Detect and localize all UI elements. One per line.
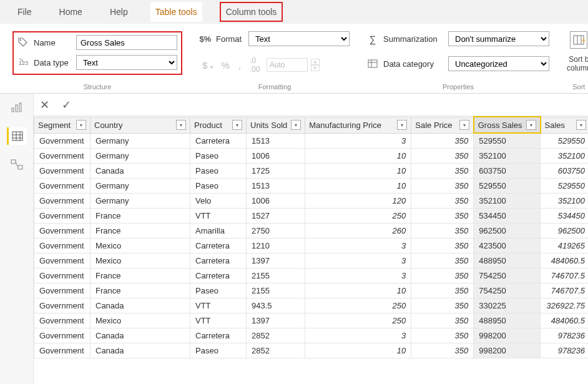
column-header[interactable]: Sales▾ — [541, 117, 588, 133]
table-cell[interactable]: Germany — [91, 179, 190, 194]
column-header[interactable]: Gross Sales▾ — [474, 117, 541, 133]
table-cell[interactable]: Government — [34, 179, 91, 194]
table-cell[interactable]: Canada — [91, 298, 190, 313]
table-cell[interactable]: VTT — [190, 298, 247, 313]
table-cell[interactable]: 350 — [411, 298, 474, 313]
table-cell[interactable]: 350 — [411, 343, 474, 358]
table-row[interactable]: GovernmentGermanyVelo1006120350352100352… — [34, 194, 589, 209]
filter-button[interactable]: ▾ — [291, 120, 301, 130]
table-cell[interactable]: 350 — [411, 313, 474, 328]
table-cell[interactable]: 754250 — [474, 268, 541, 283]
table-row[interactable]: GovernmentCanadaPaseo1725103506037506037… — [34, 164, 589, 179]
table-cell[interactable]: 350 — [411, 224, 474, 239]
table-cell[interactable]: 962500 — [474, 224, 541, 239]
table-cell[interactable]: Government — [34, 239, 91, 254]
table-row[interactable]: GovernmentGermanyPaseo151310350529550529… — [34, 179, 589, 194]
sidebar-model-view[interactable] — [7, 156, 27, 174]
table-cell[interactable]: Paseo — [190, 343, 247, 358]
table-cell[interactable]: 350 — [411, 164, 474, 179]
table-cell[interactable]: 484060.5 — [541, 254, 588, 268]
decimal-auto-input[interactable]: Auto — [267, 58, 308, 72]
filter-button[interactable]: ▾ — [576, 120, 586, 130]
table-cell[interactable]: Government — [34, 328, 91, 343]
table-cell[interactable]: 3 — [305, 328, 411, 343]
table-cell[interactable]: 352100 — [474, 149, 541, 164]
tab-home[interactable]: Home — [54, 2, 87, 22]
table-cell[interactable]: Government — [34, 283, 91, 298]
table-cell[interactable]: 1210 — [247, 239, 305, 254]
table-cell[interactable]: 350 — [411, 209, 474, 224]
percent-button[interactable]: % — [219, 59, 232, 72]
column-header[interactable]: Units Sold▾ — [247, 117, 305, 133]
table-cell[interactable]: 250 — [305, 209, 411, 224]
table-cell[interactable]: 10 — [305, 149, 411, 164]
table-row[interactable]: GovernmentFranceCarretera215533507542507… — [34, 268, 589, 283]
table-cell[interactable]: 10 — [305, 164, 411, 179]
table-cell[interactable]: 423500 — [474, 239, 541, 254]
table-cell[interactable]: Carretera — [190, 133, 247, 149]
table-row[interactable]: GovernmentGermanyPaseo100610350352100352… — [34, 149, 589, 164]
table-cell[interactable]: 350 — [411, 179, 474, 194]
table-cell[interactable]: 534450 — [474, 209, 541, 224]
table-cell[interactable]: 1006 — [247, 194, 305, 209]
table-cell[interactable]: 326922.75 — [541, 298, 588, 313]
table-cell[interactable]: 603750 — [474, 164, 541, 179]
table-cell[interactable]: Carretera — [190, 328, 247, 343]
table-row[interactable]: GovernmentGermanyCarretera15133350529550… — [34, 133, 589, 149]
table-cell[interactable]: 2852 — [247, 343, 305, 358]
table-cell[interactable]: Germany — [91, 133, 190, 149]
table-cell[interactable]: 10 — [305, 283, 411, 298]
table-cell[interactable]: France — [91, 209, 190, 224]
table-cell[interactable]: 10 — [305, 179, 411, 194]
table-cell[interactable]: 350 — [411, 149, 474, 164]
cancel-formula-button[interactable]: ✕ — [34, 98, 56, 112]
column-header[interactable]: Product▾ — [190, 117, 247, 133]
table-cell[interactable]: Canada — [91, 328, 190, 343]
filter-button[interactable]: ▾ — [176, 120, 186, 130]
column-header[interactable]: Sale Price▾ — [411, 117, 474, 133]
thousands-button[interactable]: , — [236, 59, 243, 72]
table-cell[interactable]: Government — [34, 298, 91, 313]
table-cell[interactable]: Government — [34, 224, 91, 239]
table-cell[interactable]: 3 — [305, 239, 411, 254]
table-cell[interactable]: 484060.5 — [541, 313, 588, 328]
name-input[interactable] — [76, 35, 177, 50]
table-cell[interactable]: 352100 — [474, 194, 541, 209]
sort-by-column-button[interactable] — [570, 31, 587, 49]
table-cell[interactable]: 978236 — [541, 328, 588, 343]
table-cell[interactable]: 3 — [305, 254, 411, 268]
table-cell[interactable]: Government — [34, 194, 91, 209]
column-header[interactable]: Manufacturing Price▾ — [305, 117, 411, 133]
datatype-select[interactable]: Text — [76, 55, 177, 70]
table-cell[interactable]: 529550 — [541, 133, 588, 149]
table-cell[interactable]: 1513 — [247, 179, 305, 194]
table-row[interactable]: GovernmentCanadaPaseo2852103509982009782… — [34, 343, 589, 358]
table-cell[interactable]: Velo — [190, 194, 247, 209]
table-cell[interactable]: Amarilla — [190, 224, 247, 239]
table-row[interactable]: GovernmentMexicoCarretera121033504235004… — [34, 239, 589, 254]
table-cell[interactable]: VTT — [190, 209, 247, 224]
tab-column-tools[interactable]: Column tools — [220, 2, 283, 22]
table-cell[interactable]: Canada — [91, 343, 190, 358]
table-row[interactable]: GovernmentCanadaVTT943.52503503302253269… — [34, 298, 589, 313]
table-row[interactable]: GovernmentMexicoCarretera139733504889504… — [34, 254, 589, 268]
table-cell[interactable]: 350 — [411, 283, 474, 298]
decimal-up-button[interactable]: ▴ — [311, 59, 320, 65]
decimal-down-button[interactable]: ▾ — [311, 65, 320, 71]
table-cell[interactable]: 120 — [305, 194, 411, 209]
table-cell[interactable]: 350 — [411, 133, 474, 149]
table-cell[interactable]: 352100 — [541, 194, 588, 209]
table-cell[interactable]: 754250 — [474, 283, 541, 298]
table-cell[interactable]: Government — [34, 133, 91, 149]
table-cell[interactable]: Government — [34, 149, 91, 164]
table-cell[interactable]: 529550 — [474, 133, 541, 149]
table-cell[interactable]: 978236 — [541, 343, 588, 358]
table-row[interactable]: GovernmentFrancePaseo2155103507542507467… — [34, 283, 589, 298]
table-cell[interactable]: 2155 — [247, 283, 305, 298]
table-cell[interactable]: 962500 — [541, 224, 588, 239]
table-cell[interactable]: 529550 — [474, 179, 541, 194]
table-cell[interactable]: 1397 — [247, 254, 305, 268]
table-cell[interactable]: 1725 — [247, 164, 305, 179]
table-cell[interactable]: France — [91, 268, 190, 283]
commit-formula-button[interactable]: ✓ — [56, 98, 77, 112]
